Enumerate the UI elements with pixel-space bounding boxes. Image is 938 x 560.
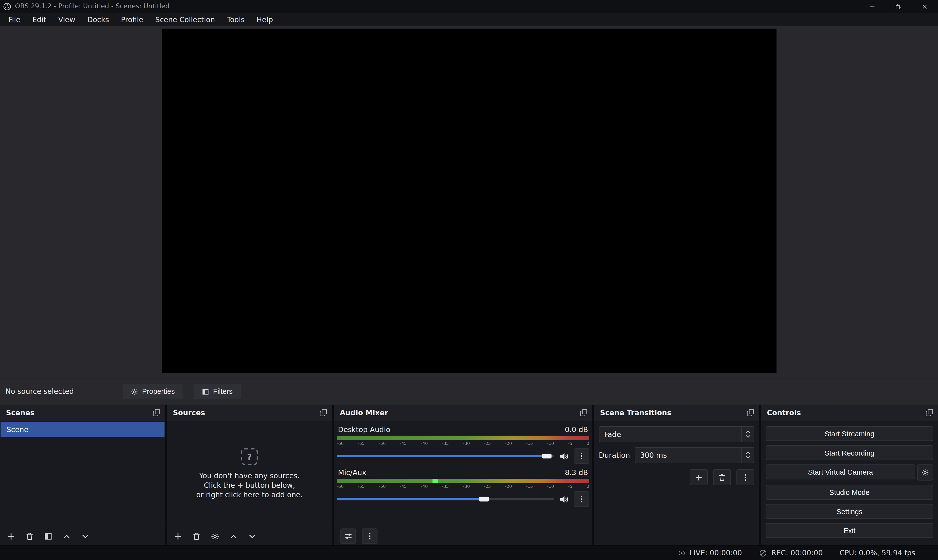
menu-item-help[interactable]: Help	[251, 14, 279, 25]
minimize-button[interactable]	[859, 0, 886, 12]
preview-canvas[interactable]	[162, 29, 776, 373]
meter-tick: -30	[463, 441, 470, 446]
mixer-menu-button[interactable]	[362, 528, 378, 544]
transition-menu-button[interactable]	[736, 469, 754, 485]
move-source-down-icon[interactable]	[248, 532, 257, 541]
cpu-status: CPU: 0.0%, 59.94 fps	[839, 549, 915, 557]
add-source-icon[interactable]	[173, 532, 182, 541]
transition-select[interactable]: Fade	[599, 426, 754, 442]
source-status: No source selected	[5, 387, 74, 395]
close-button[interactable]	[912, 0, 938, 12]
advanced-audio-icon[interactable]	[341, 528, 356, 544]
slider-track	[337, 455, 554, 457]
channel-level: 0.0 dB	[565, 426, 588, 434]
scene-list-item[interactable]: Scene	[0, 422, 164, 437]
transitions-dock-title: Scene Transitions	[600, 408, 671, 417]
meter-tick: -60	[337, 441, 344, 446]
properties-label: Properties	[142, 387, 175, 395]
add-transition-button[interactable]	[690, 469, 708, 485]
meter-tick: -50	[379, 484, 386, 489]
meter-tick: -40	[421, 484, 428, 489]
meter-tick: -35	[442, 484, 449, 489]
audio-mixer-dock-header: Audio Mixer	[334, 405, 592, 422]
menu-item-profile[interactable]: Profile	[115, 14, 149, 25]
window-controls	[859, 0, 938, 12]
spin-up-icon	[745, 451, 750, 455]
studio-mode-button[interactable]: Studio Mode	[766, 485, 933, 500]
start-virtual-camera-button[interactable]: Start Virtual Camera	[766, 465, 915, 479]
scenes-list: Scene	[0, 422, 165, 526]
titlebar: OBS 29.1.2 - Profile: Untitled - Scenes:…	[0, 0, 938, 12]
speaker-icon[interactable]	[559, 494, 569, 505]
sources-toolbar	[167, 526, 332, 545]
broadcast-icon	[677, 549, 686, 558]
preview-area	[0, 26, 938, 378]
source-toolbar: No source selected Properties Filters	[0, 378, 938, 405]
speaker-icon[interactable]	[559, 451, 569, 461]
spin-down-icon	[745, 455, 750, 459]
meter-tick: -10	[547, 441, 554, 446]
audio-channel-mic: Mic/Aux -8.3 dB -60-55-50-45-40-35-30-25…	[337, 469, 589, 507]
settings-button[interactable]: Settings	[766, 504, 933, 519]
remove-transition-button[interactable]	[713, 469, 731, 485]
obs-window: OBS 29.1.2 - Profile: Untitled - Scenes:…	[0, 0, 938, 560]
popout-icon[interactable]	[747, 409, 754, 417]
filters-button[interactable]: Filters	[194, 384, 240, 400]
slider-handle[interactable]	[542, 454, 552, 458]
meter-tick: -45	[400, 484, 407, 489]
meter-tick: 0	[586, 484, 589, 489]
spinbox-arrows	[741, 448, 754, 463]
menu-item-scene-collection[interactable]: Scene Collection	[149, 14, 221, 25]
meter-tick: -20	[505, 484, 512, 489]
popout-icon[interactable]	[580, 409, 588, 417]
properties-button[interactable]: Properties	[123, 384, 182, 400]
start-recording-button[interactable]: Start Recording	[766, 445, 933, 460]
move-scene-up-icon[interactable]	[62, 532, 71, 541]
move-source-up-icon[interactable]	[229, 532, 238, 541]
meter-tick: 0	[586, 441, 589, 446]
remove-scene-icon[interactable]	[25, 532, 34, 541]
popout-icon[interactable]	[926, 409, 933, 417]
scenes-toolbar	[0, 526, 165, 545]
meter-tick: -40	[421, 441, 428, 446]
audio-mixer-dock: Audio Mixer Desktop Audio 0.0 dB -60-55-…	[334, 405, 592, 545]
meter-tick: -25	[484, 484, 491, 489]
duration-value: 300 ms	[640, 451, 667, 459]
maximize-button[interactable]	[885, 0, 912, 12]
meter-tick: -60	[337, 484, 344, 489]
start-streaming-button[interactable]: Start Streaming	[766, 426, 933, 441]
volume-slider[interactable]	[337, 451, 554, 461]
popout-icon[interactable]	[153, 409, 160, 417]
transition-selected-value: Fade	[604, 430, 621, 438]
channel-menu-button[interactable]	[574, 491, 589, 507]
sources-list[interactable]: ? You don't have any sources. Click the …	[167, 422, 332, 526]
remove-source-icon[interactable]	[192, 532, 201, 541]
audio-mixer-toolbar	[334, 526, 592, 545]
docks-row: Scenes Scene	[0, 405, 938, 545]
move-scene-down-icon[interactable]	[81, 532, 90, 541]
volume-slider[interactable]	[337, 494, 554, 504]
popout-icon[interactable]	[319, 409, 327, 417]
duration-spinbox[interactable]: 300 ms	[635, 447, 754, 463]
exit-button[interactable]: Exit	[766, 523, 933, 538]
scene-filters-icon[interactable]	[44, 532, 53, 541]
add-scene-icon[interactable]	[6, 532, 15, 541]
transitions-body: Fade Duration 300 ms	[594, 422, 759, 545]
sources-dock-title: Sources	[173, 408, 205, 417]
sources-empty-state: ? You don't have any sources. Click the …	[167, 422, 332, 526]
scene-item-label: Scene	[6, 425, 29, 434]
channel-menu-button[interactable]	[574, 448, 589, 464]
slider-handle[interactable]	[479, 497, 489, 502]
menu-item-docks[interactable]: Docks	[81, 14, 115, 25]
menu-item-edit[interactable]: Edit	[26, 14, 52, 25]
slider-track	[337, 498, 554, 500]
menu-item-file[interactable]: File	[2, 14, 26, 25]
channel-name: Desktop Audio	[338, 426, 390, 434]
virtual-camera-settings-button[interactable]	[917, 465, 933, 480]
obs-logo-icon	[3, 2, 11, 11]
statusbar: LIVE: 00:00:00 REC: 00:00:00 CPU: 0.0%, …	[0, 545, 938, 560]
source-properties-icon[interactable]	[210, 532, 219, 541]
menu-item-view[interactable]: View	[52, 14, 81, 25]
menu-item-tools[interactable]: Tools	[221, 14, 251, 25]
meter-tick: -50	[379, 441, 386, 446]
